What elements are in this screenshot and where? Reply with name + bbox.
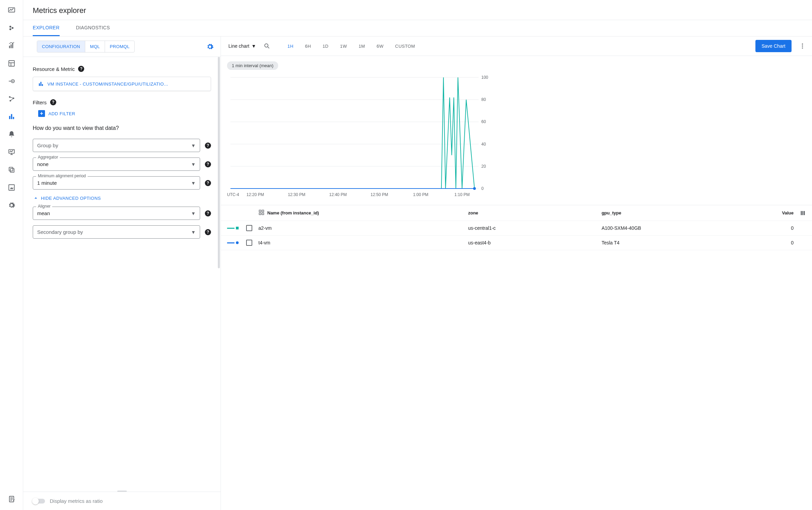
range-1w[interactable]: 1W <box>340 44 347 49</box>
svg-rect-63 <box>802 211 803 215</box>
svg-rect-30 <box>39 84 40 86</box>
resource-metric-label: Resource & Metric <box>33 66 75 72</box>
min-align-value: 1 minute <box>37 180 191 186</box>
bar-chart-icon <box>38 81 44 87</box>
nav-target-icon[interactable] <box>7 77 16 85</box>
range-1d[interactable]: 1D <box>322 44 328 49</box>
range-6w[interactable]: 6W <box>377 44 384 49</box>
svg-rect-22 <box>9 167 13 171</box>
series-swatch <box>227 227 239 229</box>
svg-text:UTC-4: UTC-4 <box>227 192 239 197</box>
svg-rect-61 <box>262 213 264 215</box>
nav-display-icon[interactable] <box>7 148 16 156</box>
nav-image-icon[interactable] <box>7 183 16 192</box>
range-custom[interactable]: CUSTOM <box>395 44 415 49</box>
svg-rect-6 <box>12 43 13 48</box>
secondary-group-by-select[interactable]: Secondary group by ▼ <box>33 225 200 239</box>
svg-point-37 <box>802 47 803 48</box>
nav-rail <box>0 0 23 510</box>
svg-rect-23 <box>10 168 14 172</box>
tab-explorer[interactable]: EXPLORER <box>33 20 60 36</box>
nav-nodes-icon[interactable] <box>7 95 16 103</box>
chevron-down-icon: ▼ <box>251 43 256 49</box>
hide-advanced-label: HIDE ADVANCED OPTIONS <box>41 196 101 201</box>
config-scrollbar[interactable] <box>218 57 220 268</box>
nav-trends-icon[interactable] <box>7 42 16 50</box>
chevron-down-icon: ▼ <box>191 180 196 186</box>
help-icon[interactable]: ? <box>205 210 211 216</box>
svg-line-34 <box>268 47 269 48</box>
range-6h[interactable]: 6H <box>305 44 311 49</box>
pill-tab-mql[interactable]: MQL <box>85 41 105 52</box>
help-icon[interactable]: ? <box>78 66 84 72</box>
nav-hex-icon[interactable] <box>7 24 16 32</box>
nav-settings-icon[interactable] <box>7 201 16 209</box>
svg-marker-25 <box>10 187 13 189</box>
svg-rect-58 <box>259 210 261 212</box>
nav-monitoring-icon[interactable] <box>7 6 16 14</box>
nav-metrics-explorer-icon[interactable] <box>7 112 16 121</box>
svg-rect-17 <box>11 114 12 119</box>
config-settings-button[interactable] <box>206 43 214 50</box>
legend-row[interactable]: t4-vmus-east4-bTesla T40 <box>221 236 812 250</box>
svg-point-57 <box>473 187 476 190</box>
legend-checkbox[interactable] <box>246 240 252 246</box>
drag-handle[interactable] <box>117 491 127 492</box>
metric-selector[interactable]: VM INSTANCE - CUSTOM/INSTANCE/GPU/UTILIZ… <box>33 77 211 91</box>
help-icon[interactable]: ? <box>50 99 56 105</box>
nav-notes-icon[interactable] <box>7 495 16 503</box>
svg-rect-31 <box>41 82 42 86</box>
add-filter-button[interactable]: + ADD FILTER <box>38 110 211 117</box>
help-icon[interactable]: ? <box>205 161 211 167</box>
help-icon[interactable]: ? <box>205 229 211 235</box>
nav-bell-icon[interactable] <box>7 130 16 138</box>
legend-name: t4-vm <box>258 240 468 245</box>
chart-search-button[interactable] <box>264 43 270 49</box>
svg-text:80: 80 <box>481 97 486 102</box>
help-icon[interactable]: ? <box>205 142 211 149</box>
group-by-placeholder: Group by <box>37 142 191 148</box>
interval-chip: 1 min interval (mean) <box>227 61 278 70</box>
nav-dashboard-icon[interactable] <box>7 59 16 68</box>
secondary-group-placeholder: Secondary group by <box>37 229 191 235</box>
legend-header-zone: zone <box>468 210 601 215</box>
pill-tab-configuration[interactable]: CONFIGURATION <box>37 41 85 52</box>
aligner-value: mean <box>37 210 191 216</box>
ratio-label: Display metrics as ratio <box>50 498 103 504</box>
config-panel: CONFIGURATION MQL PROMQL Resource & Metr… <box>23 36 221 510</box>
aligner-select[interactable]: mean ▼ <box>33 207 200 220</box>
legend-row[interactable]: a2-vmus-central1-cA100-SXM4-40GB0 <box>221 221 812 236</box>
more-options-button[interactable] <box>799 43 806 49</box>
svg-point-35 <box>802 44 803 45</box>
range-1h[interactable]: 1H <box>287 44 293 49</box>
group-by-select[interactable]: Group by ▼ <box>33 139 200 152</box>
grid-icon[interactable] <box>258 209 265 216</box>
range-1m[interactable]: 1M <box>359 44 365 49</box>
columns-button[interactable] <box>796 210 806 216</box>
hide-advanced-toggle[interactable]: HIDE ADVANCED OPTIONS <box>33 195 211 201</box>
legend-header-name: Name (from instance_id) <box>267 210 319 215</box>
chart-type-label: Line chart <box>228 43 249 49</box>
aggregator-label: Aggregator <box>36 155 60 160</box>
top-tabs: EXPLORER DIAGNOSTICS <box>23 20 812 36</box>
gear-icon <box>206 43 214 50</box>
ratio-switch[interactable] <box>33 499 45 504</box>
svg-text:12:40 PM: 12:40 PM <box>329 192 347 197</box>
svg-point-1 <box>9 26 11 28</box>
nav-copy-icon[interactable] <box>7 166 16 174</box>
svg-rect-64 <box>804 211 805 215</box>
save-chart-button[interactable]: Save Chart <box>755 40 792 52</box>
chevron-up-icon <box>33 195 39 201</box>
filters-label: Filters <box>33 100 47 105</box>
line-chart-svg: 020406080100UTC-412:20 PM12:30 PM12:40 P… <box>227 73 493 199</box>
chart-type-select[interactable]: Line chart ▼ <box>227 41 257 51</box>
help-icon[interactable]: ? <box>205 180 211 186</box>
tab-diagnostics[interactable]: DIAGNOSTICS <box>76 20 110 36</box>
chart-area[interactable]: 020406080100UTC-412:20 PM12:30 PM12:40 P… <box>227 73 806 199</box>
svg-rect-59 <box>262 210 264 212</box>
pill-tab-promql[interactable]: PROMQL <box>105 41 134 52</box>
page-header: Metrics explorer <box>23 0 812 20</box>
svg-rect-7 <box>9 61 14 66</box>
legend-checkbox[interactable] <box>246 225 252 231</box>
svg-text:40: 40 <box>481 142 486 147</box>
